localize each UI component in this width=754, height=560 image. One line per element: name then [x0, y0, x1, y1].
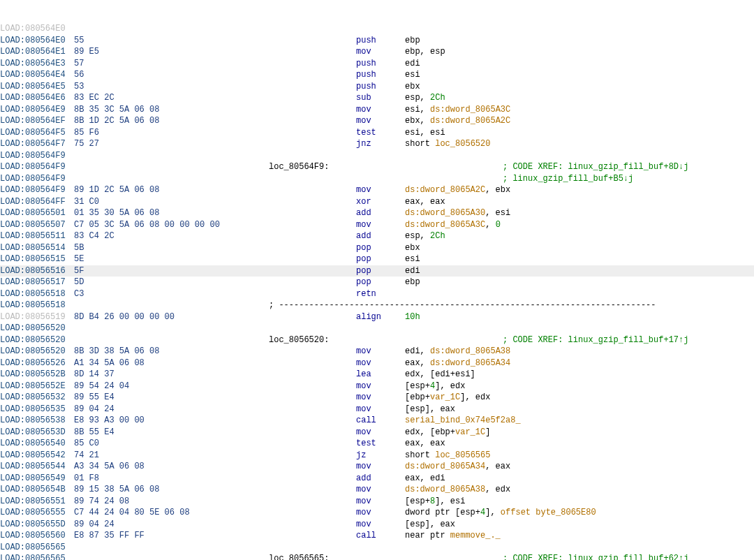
operands: ds:dword_8065A34, eax [405, 461, 510, 473]
disasm-line[interactable]: LOAD:0805654901 F8addeax, edi [0, 473, 754, 485]
operands: short loc_8056520 [405, 138, 490, 150]
disasm-line[interactable]: LOAD:080565145Bpopebx [0, 242, 754, 254]
address: LOAD:08056507 [0, 219, 66, 231]
disasm-line[interactable]: LOAD:0805654085 C0testeax, eax [0, 438, 754, 450]
disasm-line[interactable]: LOAD:080564E055pushebp [0, 35, 754, 47]
disasm-line[interactable]: LOAD:080565208B 3D 38 5A 06 08movedi, ds… [0, 346, 754, 358]
disasm-line[interactable]: LOAD:08056526A1 34 5A 06 08moveax, ds:dw… [0, 358, 754, 369]
mnemonic: mov [356, 461, 371, 473]
disasm-line[interactable]: LOAD:0805653289 55 E4mov[ebp+var_1C], ed… [0, 392, 754, 404]
address: LOAD:080564F9 [0, 184, 66, 196]
mnemonic: mov [356, 358, 371, 369]
mnemonic: mov [356, 404, 371, 415]
mnemonic: mov [356, 184, 371, 196]
address: LOAD:08056514 [0, 242, 66, 254]
disasm-line[interactable]: LOAD:080564E189 E5movebp, esp [0, 46, 754, 58]
disasm-line[interactable]: LOAD:080565155Epopesi [0, 253, 754, 265]
mnemonic: jnz [356, 138, 371, 150]
operands: esi [405, 253, 420, 265]
operands: ds:dword_8065A30, esi [405, 207, 510, 219]
disasm-line[interactable]: LOAD:080564E456pushesi [0, 69, 754, 81]
operands: eax, edi [405, 473, 445, 485]
disasm-line[interactable]: LOAD:080564E553pushebx [0, 81, 754, 93]
disasm-line[interactable]: LOAD:0805651183 C4 2Caddesp, 2Ch [0, 230, 754, 242]
hex-bytes: 89 55 E4 [74, 392, 114, 404]
hex-bytes: 83 EC 2C [74, 92, 114, 104]
mnemonic: mov [356, 104, 371, 116]
disasm-line[interactable]: LOAD:0805652B8D 14 37leaedx, [edi+esi] [0, 369, 754, 381]
disasm-line[interactable]: LOAD:0805654274 21jzshort loc_8056565 [0, 450, 754, 462]
disasm-line[interactable]: LOAD:080564F9loc_80564F9:; CODE XREF: li… [0, 161, 754, 173]
mnemonic: pop [356, 253, 371, 265]
address: LOAD:08056501 [0, 207, 66, 219]
mnemonic: add [356, 473, 371, 485]
disasm-line[interactable]: LOAD:08056538E8 93 A3 00 00callserial_bi… [0, 415, 754, 427]
disasm-line[interactable]: LOAD:080564FF31 C0xoreax, eax [0, 196, 754, 208]
disasm-line[interactable]: LOAD:08056565loc_8056565:; CODE XREF: li… [0, 553, 754, 560]
address: LOAD:0805652E [0, 381, 66, 392]
disasm-line[interactable]: LOAD:080564F9 [0, 150, 754, 162]
operands: ebx [405, 81, 420, 93]
hex-bytes: 89 04 24 [74, 519, 114, 531]
operands: ds:dword_8065A2C, ebx [405, 184, 510, 196]
disassembly-view[interactable]: LOAD:080564E0LOAD:080564E055pushebpLOAD:… [0, 23, 754, 560]
address: LOAD:0805654B [0, 484, 66, 496]
disasm-line[interactable]: LOAD:0805653D8B 55 E4movedx, [ebp+var_1C… [0, 427, 754, 439]
disasm-line[interactable]: LOAD:08056520 [0, 323, 754, 334]
hex-bytes: 31 C0 [74, 196, 99, 208]
disasm-line[interactable]: LOAD:0805650101 35 30 5A 06 08addds:dwor… [0, 207, 754, 219]
disasm-line[interactable]: LOAD:08056560E8 87 35 FF FFcallnear ptr … [0, 530, 754, 542]
mnemonic: retn [356, 288, 376, 300]
mnemonic: pop [356, 265, 371, 277]
address: LOAD:080564E9 [0, 104, 66, 116]
hex-bytes: A3 34 5A 06 08 [74, 461, 145, 473]
disasm-line[interactable]: LOAD:0805653589 04 24mov[esp], eax [0, 404, 754, 415]
disasm-line[interactable]: LOAD:080565175Dpopebp [0, 277, 754, 288]
mnemonic: mov [356, 115, 371, 127]
disasm-line[interactable]: LOAD:08056507C7 05 3C 5A 06 08 00 00 00 … [0, 219, 754, 231]
hex-bytes: 01 F8 [74, 473, 99, 485]
operands: edx, [edi+esi] [405, 369, 475, 381]
disasm-line[interactable]: LOAD:08056565 [0, 542, 754, 554]
operands: [ebp+var_1C], edx [405, 392, 490, 404]
address: LOAD:080564F7 [0, 138, 66, 150]
disasm-line[interactable]: LOAD:0805655D89 04 24mov[esp], eax [0, 519, 754, 531]
mnemonic: mov [356, 519, 371, 531]
disasm-line[interactable]: LOAD:080565165Fpopedi [0, 265, 754, 277]
address: LOAD:08056515 [0, 253, 66, 265]
address: LOAD:080564F5 [0, 127, 66, 139]
disasm-line[interactable]: LOAD:08056518C3retn [0, 288, 754, 300]
mnemonic: mov [356, 219, 371, 231]
disasm-line[interactable]: LOAD:080564E357pushedi [0, 58, 754, 70]
disasm-line[interactable]: LOAD:08056520loc_8056520:; CODE XREF: li… [0, 334, 754, 346]
disasm-line[interactable]: LOAD:080564E683 EC 2Csubesp, 2Ch [0, 92, 754, 104]
disasm-line[interactable]: LOAD:080564F989 1D 2C 5A 06 08movds:dwor… [0, 184, 754, 196]
disasm-line[interactable]: LOAD:08056555C7 44 24 04 80 5E 06 08movd… [0, 507, 754, 519]
disasm-line[interactable]: LOAD:080564E98B 35 3C 5A 06 08movesi, ds… [0, 104, 754, 116]
address: LOAD:08056518 [0, 288, 66, 300]
operands: edi [405, 265, 420, 277]
disasm-line[interactable]: LOAD:080564F775 27jnzshort loc_8056520 [0, 138, 754, 150]
disasm-line[interactable]: LOAD:0805652E89 54 24 04mov[esp+4], edx [0, 381, 754, 392]
hex-bytes: 5F [74, 265, 84, 277]
disasm-line[interactable]: LOAD:08056518; -------------------------… [0, 300, 754, 311]
mnemonic: push [356, 58, 376, 70]
disasm-line[interactable]: LOAD:080564E0 [0, 23, 754, 35]
disasm-line[interactable]: LOAD:080564F9; linux_gzip_fill_buf+B5↓j [0, 173, 754, 185]
address: LOAD:08056565 [0, 553, 66, 560]
disasm-line[interactable]: LOAD:080564F585 F6testesi, esi [0, 127, 754, 139]
mnemonic: add [356, 230, 371, 242]
hex-bytes: 53 [74, 81, 84, 93]
disasm-line[interactable]: LOAD:0805654B89 15 38 5A 06 08movds:dwor… [0, 484, 754, 496]
disasm-line[interactable]: LOAD:080564EF8B 1D 2C 5A 06 08movebx, ds… [0, 115, 754, 127]
address: LOAD:080564E0 [0, 35, 66, 47]
disasm-line[interactable]: LOAD:08056544A3 34 5A 06 08movds:dword_8… [0, 461, 754, 473]
mnemonic: mov [356, 507, 371, 519]
mnemonic: test [356, 438, 376, 450]
hex-bytes: C3 [74, 288, 84, 300]
disasm-line[interactable]: LOAD:0805655189 74 24 08mov[esp+8], esi [0, 496, 754, 508]
disasm-line[interactable]: LOAD:080565198D B4 26 00 00 00 00align10… [0, 311, 754, 323]
operands: eax, eax [405, 196, 445, 208]
address: LOAD:08056516 [0, 265, 66, 277]
mnemonic: xor [356, 196, 371, 208]
